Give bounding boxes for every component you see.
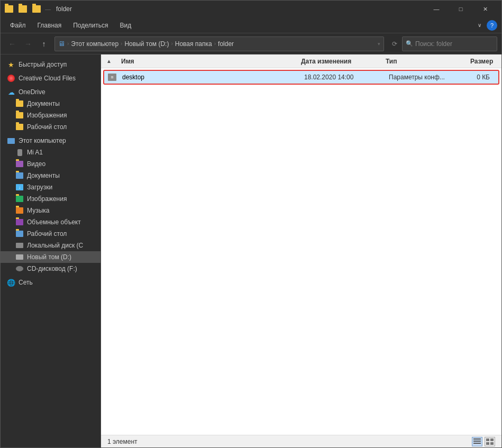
close-button[interactable]: ✕: [473, 1, 497, 17]
menu-view[interactable]: Вид: [114, 20, 136, 31]
title-bar-folder-icons: —: [5, 5, 51, 13]
forward-button[interactable]: →: [21, 36, 35, 51]
sidebar-item-documents-od[interactable]: Документы: [1, 98, 101, 109]
sidebar-item-cd-drive[interactable]: CD-дисковод (F:): [1, 263, 101, 275]
col-type-header[interactable]: Тип: [381, 58, 466, 65]
addr-sep-1: ›: [67, 41, 69, 47]
sidebar-item-desktop-od[interactable]: Рабочий стол: [1, 121, 101, 133]
sidebar-item-quick-access[interactable]: ★ Быстрый доступ: [1, 59, 101, 70]
maximize-button[interactable]: □: [449, 1, 473, 17]
title-bar-separator: —: [45, 6, 51, 12]
sort-indicator: ▲: [101, 58, 117, 64]
sidebar-section-creative-cloud: Creative Cloud Files: [1, 72, 101, 84]
images-pc-label: Изображения: [27, 195, 67, 203]
explorer-window: — folder — □ ✕ Файл Главная Поделиться В…: [0, 0, 502, 448]
toolbar: ← → ↑ 🖥 › Этот компьютер › Новый том (D:…: [1, 33, 501, 54]
desktop-pc-label: Рабочий стол: [27, 230, 67, 237]
col-date-header[interactable]: Дата изменения: [297, 58, 381, 65]
view-list-button[interactable]: [485, 437, 495, 446]
search-icon: 🔍: [406, 40, 413, 47]
sidebar-item-3d[interactable]: Объемные объект: [1, 216, 101, 228]
computer-icon: 🖥: [58, 40, 65, 48]
sidebar-item-images-pc[interactable]: Изображения: [1, 193, 101, 205]
cd-drive-icon: [15, 264, 24, 273]
column-header: ▲ Имя Дата изменения Тип Размер: [101, 54, 501, 68]
svg-rect-5: [486, 442, 489, 445]
file-name-cell: desktop: [120, 74, 300, 81]
menu-home[interactable]: Главная: [32, 20, 67, 31]
folder-images-pc-icon: [15, 195, 24, 203]
file-list: desktop 18.02.2020 14:00 Параметры конф.…: [101, 68, 501, 435]
sidebar-section-onedrive: ☁ OneDrive Документы Изображения: [1, 86, 101, 133]
view-details-button[interactable]: [472, 437, 482, 446]
menu-expand-button[interactable]: ∨: [473, 20, 486, 30]
sidebar-item-downloads[interactable]: ↓ Загрузки: [1, 181, 101, 193]
details-icon: [473, 438, 481, 445]
refresh-button[interactable]: ⟳: [388, 38, 401, 50]
sidebar-item-documents-pc[interactable]: Документы: [1, 170, 101, 181]
menu-file[interactable]: Файл: [5, 20, 31, 31]
addr-folder[interactable]: Новая папка: [175, 40, 212, 48]
list-icon: [486, 438, 494, 445]
col-name-header[interactable]: Имя: [117, 58, 297, 65]
sidebar-item-this-computer[interactable]: Этот компьютер: [1, 135, 101, 147]
table-row[interactable]: desktop 18.02.2020 14:00 Параметры конф.…: [103, 70, 499, 85]
up-button[interactable]: ↑: [36, 36, 51, 51]
folder-icon-2: [19, 5, 27, 13]
3d-label: Объемные объект: [27, 218, 81, 226]
addr-computer[interactable]: Этот компьютер: [71, 40, 118, 48]
addr-dropdown-icon[interactable]: ▾: [378, 41, 380, 47]
addr-sep-3: ›: [171, 41, 172, 47]
sidebar-item-mia1[interactable]: Mi A1: [1, 147, 101, 158]
folder-documents-icon: [15, 99, 24, 108]
sidebar-item-creative-cloud[interactable]: Creative Cloud Files: [1, 72, 101, 84]
svg-rect-2: [473, 443, 481, 444]
minimize-button[interactable]: —: [424, 1, 449, 17]
music-label: Музыка: [27, 207, 49, 214]
menu-bar: Файл Главная Поделиться Вид ∨ ?: [1, 17, 501, 33]
search-bar[interactable]: 🔍 Поиск: folder: [402, 36, 497, 51]
sidebar-section-network: 🌐 Сеть: [1, 277, 101, 288]
onedrive-label: OneDrive: [19, 88, 45, 96]
folder-docs-icon: [15, 171, 24, 180]
downloads-label: Загрузки: [27, 184, 52, 191]
addr-drive[interactable]: Новый том (D:): [124, 40, 169, 48]
addr-sep-2: ›: [121, 41, 122, 47]
cd-drive-label: CD-дисковод (F:): [27, 265, 77, 272]
sidebar-item-network[interactable]: 🌐 Сеть: [1, 277, 101, 288]
folder-video-icon: [15, 160, 24, 168]
sort-arrow-icon: ▲: [106, 58, 112, 64]
local-disk-label: Локальный диск (С: [27, 242, 83, 249]
title-bar: — folder — □ ✕: [1, 1, 501, 17]
back-button[interactable]: ←: [5, 36, 20, 51]
sidebar-item-music[interactable]: Музыка: [1, 205, 101, 216]
onedrive-icon: ☁: [7, 88, 15, 96]
search-placeholder: Поиск: folder: [415, 40, 452, 48]
address-bar[interactable]: 🖥 › Этот компьютер › Новый том (D:) › Но…: [54, 36, 384, 51]
title-bar-buttons: — □ ✕: [424, 1, 497, 17]
sidebar-item-images-od[interactable]: Изображения: [1, 109, 101, 121]
folder-desktop-pc-icon: [15, 230, 24, 238]
menu-share[interactable]: Поделиться: [68, 20, 113, 31]
sidebar-item-new-volume[interactable]: Новый том (D:): [1, 251, 101, 263]
svg-rect-6: [490, 442, 494, 445]
help-button[interactable]: ?: [487, 20, 497, 31]
folder-icon-1: [5, 5, 13, 13]
svg-rect-0: [473, 438, 481, 440]
creative-cloud-label: Creative Cloud Files: [19, 75, 76, 82]
folder-music-icon: [15, 206, 24, 215]
cc-icon: [7, 74, 15, 83]
phone-icon: [15, 148, 24, 157]
sidebar-item-desktop-pc[interactable]: Рабочий стол: [1, 228, 101, 240]
sidebar-item-local-disk[interactable]: Локальный диск (С: [1, 240, 101, 251]
addr-subfolder[interactable]: folder: [218, 40, 234, 48]
file-date-cell: 18.02.2020 14:00: [300, 74, 385, 81]
col-size-header[interactable]: Размер: [466, 58, 501, 65]
computer-sidebar-icon: [7, 136, 15, 145]
images-od-label: Изображения: [27, 112, 67, 119]
folder-downloads-icon: ↓: [15, 183, 24, 191]
sidebar-item-video[interactable]: Видео: [1, 158, 101, 170]
sidebar-item-onedrive[interactable]: ☁ OneDrive: [1, 86, 101, 98]
folder-desktop-icon: [15, 123, 24, 131]
file-area: ▲ Имя Дата изменения Тип Размер: [101, 54, 501, 447]
